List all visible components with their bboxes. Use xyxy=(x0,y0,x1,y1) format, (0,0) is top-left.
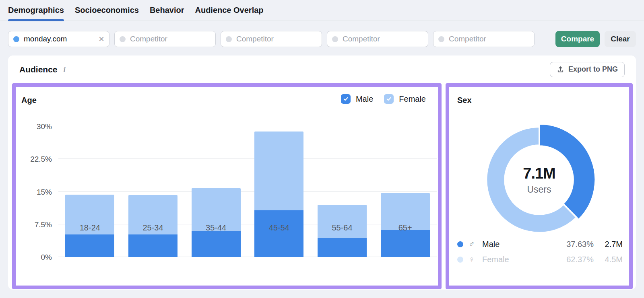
bar-segment-male-65+[interactable] xyxy=(381,230,430,257)
competitor-dot xyxy=(438,36,444,42)
clear-button[interactable]: Clear xyxy=(605,31,636,47)
sex-legend-row-male[interactable]: ♂Male37.63%2.7M xyxy=(457,236,623,252)
female-checkbox[interactable] xyxy=(384,94,394,104)
age-chart-title: Age xyxy=(21,96,37,105)
compare-button[interactable]: Compare xyxy=(555,31,600,47)
audience-card: Audience i Export to PNG Age MaleFemale … xyxy=(8,55,636,290)
age-x-axis-labels: 18-2425-3435-4445-5455-6465+ xyxy=(58,223,437,232)
domain-color-dot xyxy=(13,36,19,42)
tab-demographics[interactable]: Demographics xyxy=(8,0,64,21)
bar-group-45-54 xyxy=(248,126,311,257)
filter-row: monday.com × CompetitorCompetitorCompeti… xyxy=(8,31,636,47)
bar-segment-male-45-54[interactable] xyxy=(254,210,303,257)
bar-segment-male-55-64[interactable] xyxy=(318,238,367,257)
competitor-input-2[interactable]: Competitor xyxy=(221,31,322,47)
y-axis-tick-label: 30% xyxy=(16,123,52,130)
legend-value: 2.7M xyxy=(598,240,623,249)
male-dot xyxy=(457,241,463,247)
highlighted-panels: Age MaleFemale 0%7.5%15%22.5%30% 18-2425… xyxy=(12,83,633,289)
stacked-bar-45-54 xyxy=(254,132,303,257)
checkmark-icon xyxy=(386,96,392,102)
legend-label-male: Male xyxy=(356,95,373,104)
competitor-input-3[interactable]: Competitor xyxy=(327,31,428,47)
sex-legend: ♂Male37.63%2.7M♀Female62.37%4.5M xyxy=(457,236,623,267)
bar-segment-female-55-64[interactable] xyxy=(318,205,367,238)
sex-panel: Sex 7.1M Users ♂Male37.63%2.7M♀Female62.… xyxy=(446,83,633,289)
legend-name: Female xyxy=(482,255,509,264)
male-checkbox[interactable] xyxy=(341,94,351,104)
age-panel: Age MaleFemale 0%7.5%15%22.5%30% 18-2425… xyxy=(12,83,442,289)
bar-group-65+ xyxy=(374,126,437,257)
primary-domain-value: monday.com xyxy=(24,35,94,43)
bar-segment-male-18-24[interactable] xyxy=(65,234,114,257)
audience-card-header: Audience i Export to PNG xyxy=(8,55,636,83)
bar-group-35-44 xyxy=(184,126,248,257)
legend-checkbox-male[interactable]: Male xyxy=(341,94,373,104)
export-icon xyxy=(557,66,564,73)
competitor-dot xyxy=(332,36,338,42)
competitor-input-4[interactable]: Competitor xyxy=(433,31,535,47)
competitor-input-1[interactable]: Competitor xyxy=(114,31,216,47)
competitor-placeholder: Competitor xyxy=(236,35,317,43)
donut-svg xyxy=(482,122,597,237)
female-symbol-icon: ♀ xyxy=(469,255,478,264)
sex-donut-chart: 7.1M Users xyxy=(482,122,597,237)
bar-series xyxy=(58,126,437,257)
tab-socioeconomics[interactable]: Socioeconomics xyxy=(75,0,139,21)
bar-group-18-24 xyxy=(58,126,122,257)
y-axis-tick-label: 0% xyxy=(16,253,52,261)
competitor-placeholder: Competitor xyxy=(130,35,211,43)
bar-group-25-34 xyxy=(122,126,185,257)
x-axis-label-18-24: 18-24 xyxy=(58,223,122,232)
competitor-dot xyxy=(226,36,232,42)
bar-segment-male-25-34[interactable] xyxy=(128,234,178,257)
export-label: Export to PNG xyxy=(568,65,618,74)
competitor-dot xyxy=(120,36,126,42)
tab-audience-overlap[interactable]: Audience Overlap xyxy=(195,0,263,21)
tab-behavior[interactable]: Behavior xyxy=(150,0,184,21)
stacked-bar-35-44 xyxy=(192,188,241,257)
legend-value: 4.5M xyxy=(598,255,623,264)
competitor-placeholder: Competitor xyxy=(343,35,423,43)
bar-segment-female-45-54[interactable] xyxy=(254,132,303,210)
x-axis-label-55-64: 55-64 xyxy=(311,223,374,232)
donut-slice-male[interactable] xyxy=(539,124,595,220)
legend-percent: 62.37% xyxy=(566,255,594,264)
age-chart-legend: MaleFemale xyxy=(341,94,426,104)
x-axis-label-45-54: 45-54 xyxy=(248,223,311,232)
legend-label-female: Female xyxy=(399,95,426,104)
y-axis-tick-label: 7.5% xyxy=(16,220,52,228)
checkmark-icon xyxy=(343,96,349,102)
audience-title: Audience xyxy=(19,65,58,74)
bar-segment-male-35-44[interactable] xyxy=(192,231,241,257)
tab-bar: DemographicsSocioeconomicsBehaviorAudien… xyxy=(0,0,644,21)
info-icon[interactable]: i xyxy=(64,65,66,74)
sex-chart-title: Sex xyxy=(457,96,472,105)
clear-domain-icon[interactable]: × xyxy=(99,34,104,44)
legend-percent: 37.63% xyxy=(566,240,594,249)
y-axis-tick-label: 22.5% xyxy=(16,155,52,163)
active-tab-underline xyxy=(8,19,64,21)
legend-name: Male xyxy=(482,240,500,249)
age-plot: 0%7.5%15%22.5%30% xyxy=(58,126,437,257)
export-to-png-button[interactable]: Export to PNG xyxy=(550,62,625,77)
x-axis-label-35-44: 35-44 xyxy=(184,223,248,232)
bar-group-55-64 xyxy=(311,126,374,257)
competitor-placeholder: Competitor xyxy=(449,35,529,43)
sex-legend-row-female[interactable]: ♀Female62.37%4.5M xyxy=(457,252,623,267)
male-symbol-icon: ♂ xyxy=(469,239,478,249)
female-dot xyxy=(457,257,463,263)
x-axis-label-25-34: 25-34 xyxy=(122,223,185,232)
primary-domain-input[interactable]: monday.com × xyxy=(8,31,109,47)
legend-checkbox-female[interactable]: Female xyxy=(384,94,426,104)
y-axis-tick-label: 15% xyxy=(16,188,52,195)
x-axis-label-65+: 65+ xyxy=(374,223,437,232)
